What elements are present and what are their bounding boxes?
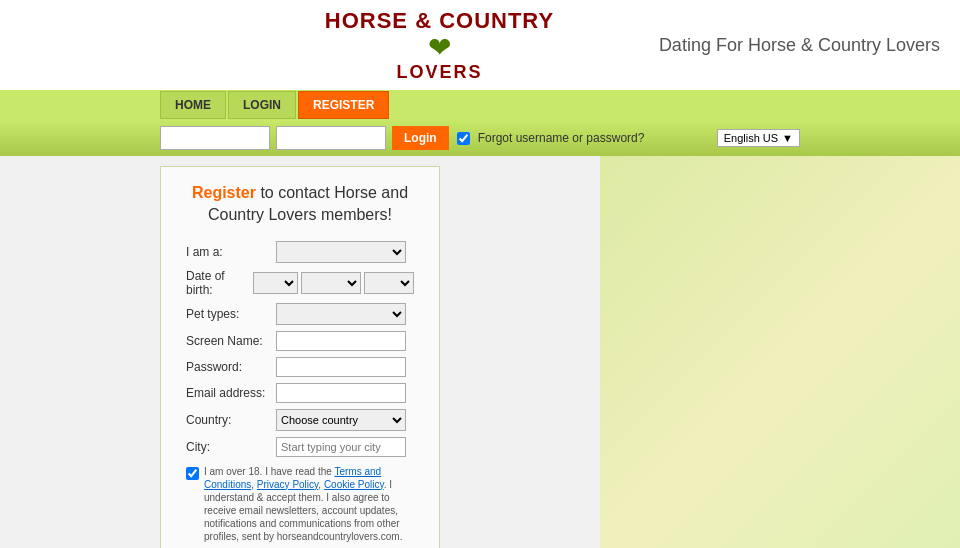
lang-label: English US (724, 132, 778, 144)
register-word: Register (192, 184, 256, 201)
language-dropdown[interactable]: English US ▼ (717, 129, 800, 147)
screen-name-row: Screen Name: (186, 331, 414, 351)
forgot-link[interactable]: Forgot username or password? (478, 131, 645, 145)
i-am-a-label: I am a: (186, 245, 276, 259)
country-row: Country: Choose country (186, 409, 414, 431)
nav-register[interactable]: REGISTER (298, 91, 389, 119)
screen-name-input[interactable] (276, 331, 406, 351)
dob-day-select[interactable] (253, 272, 298, 294)
dob-selects (253, 272, 414, 294)
tagline: Dating For Horse & Country Lovers (659, 35, 940, 56)
password-row: Password: (186, 357, 414, 377)
dob-month-select[interactable] (301, 272, 361, 294)
email-row: Email address: (186, 383, 414, 403)
country-select[interactable]: Choose country (276, 409, 406, 431)
logo: HORSE & COUNTRY ❤ LOVERS (325, 8, 554, 83)
register-form: Register to contact Horse and Country Lo… (160, 166, 440, 548)
dob-year-select[interactable] (364, 272, 414, 294)
i-am-a-select[interactable]: Man Woman (276, 241, 406, 263)
password-input[interactable] (276, 126, 386, 150)
email-label: Email address: (186, 386, 276, 400)
privacy-policy-link[interactable]: Privacy Policy (257, 479, 319, 490)
nav-bar: HOME LOGIN REGISTER (0, 90, 960, 120)
main-area: Register to contact Horse and Country Lo… (0, 156, 960, 548)
username-input[interactable] (160, 126, 270, 150)
pet-types-row: Pet types: Horse Dog Cat (186, 303, 414, 325)
city-input[interactable] (276, 437, 406, 457)
dropdown-arrow-icon: ▼ (782, 132, 793, 144)
i-am-a-row: I am a: Man Woman (186, 241, 414, 263)
pet-types-select[interactable]: Horse Dog Cat (276, 303, 406, 325)
register-title: Register to contact Horse and Country Lo… (186, 182, 414, 227)
remember-checkbox[interactable] (457, 132, 470, 145)
header: HORSE & COUNTRY ❤ LOVERS Dating For Hors… (0, 0, 960, 90)
cookie-policy-link[interactable]: Cookie Policy (324, 479, 384, 490)
screen-name-label: Screen Name: (186, 334, 276, 348)
logo-lovers: LOVERS (396, 62, 482, 83)
nav-login[interactable]: LOGIN (228, 91, 296, 119)
background-decoration (600, 156, 960, 548)
pet-types-label: Pet types: (186, 307, 276, 321)
terms-text: I am over 18. I have read the Terms and … (204, 465, 414, 543)
dob-row: Date of birth: (186, 269, 414, 297)
city-row: City: (186, 437, 414, 457)
login-button[interactable]: Login (392, 126, 449, 150)
nav-home[interactable]: HOME (160, 91, 226, 119)
country-label: Country: (186, 413, 276, 427)
dob-label: Date of birth: (186, 269, 253, 297)
logo-heart-icon: ❤ (428, 34, 451, 62)
password-label: Password: (186, 360, 276, 374)
terms-checkbox[interactable] (186, 467, 199, 480)
reg-password-input[interactable] (276, 357, 406, 377)
city-label: City: (186, 440, 276, 454)
email-input[interactable] (276, 383, 406, 403)
terms-row: I am over 18. I have read the Terms and … (186, 465, 414, 543)
form-wrapper: Register to contact Horse and Country Lo… (0, 156, 600, 548)
logo-horse-country: HORSE & COUNTRY (325, 8, 554, 34)
login-bar: Login Forgot username or password? Engli… (0, 120, 960, 156)
